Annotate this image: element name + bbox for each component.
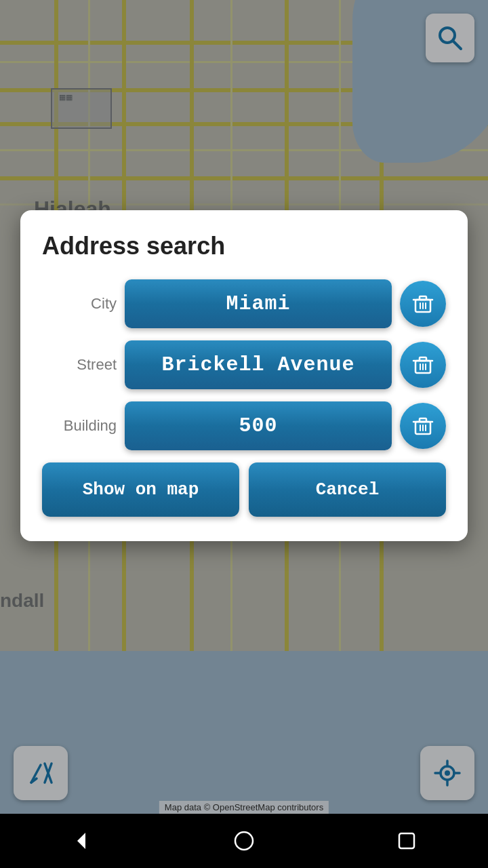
dialog-overlay: Address search City Miami: [0, 0, 488, 814]
nav-home-icon: [233, 830, 255, 852]
street-label: Street: [42, 356, 117, 374]
building-value: 500: [239, 414, 277, 437]
svg-rect-28: [420, 418, 426, 422]
nav-back-button[interactable]: [54, 821, 108, 861]
svg-marker-33: [77, 833, 85, 849]
city-value: Miami: [226, 292, 290, 315]
show-on-map-button[interactable]: Show on map: [42, 462, 239, 517]
city-input[interactable]: Miami: [125, 279, 392, 328]
building-input[interactable]: 500: [125, 401, 392, 450]
street-value: Brickell Avenue: [161, 353, 354, 376]
street-field-row: Street Brickell Avenue: [42, 340, 446, 389]
action-buttons-row: Show on map Cancel: [42, 462, 446, 517]
building-label: Building: [42, 417, 117, 435]
city-field-row: City Miami: [42, 279, 446, 328]
city-label: City: [42, 295, 117, 313]
trash-icon-building: [411, 414, 435, 438]
svg-point-34: [235, 832, 253, 850]
street-input[interactable]: Brickell Avenue: [125, 340, 392, 389]
nav-recents-icon: [396, 830, 418, 852]
svg-rect-35: [399, 833, 414, 848]
svg-rect-14: [420, 296, 426, 300]
cancel-label: Cancel: [316, 479, 380, 500]
nav-back-icon: [70, 830, 92, 852]
dialog-title: Address search: [42, 232, 446, 260]
building-delete-button[interactable]: [400, 403, 446, 449]
cancel-button[interactable]: Cancel: [249, 462, 446, 517]
nav-home-button[interactable]: [217, 821, 271, 861]
trash-icon-city: [411, 292, 435, 316]
nav-recents-button[interactable]: [380, 821, 434, 861]
address-search-dialog: Address search City Miami: [20, 210, 468, 541]
building-field-row: Building 500: [42, 401, 446, 450]
show-on-map-label: Show on map: [83, 479, 199, 500]
nav-bar: [0, 814, 488, 868]
trash-icon-street: [411, 353, 435, 377]
svg-rect-21: [420, 357, 426, 361]
street-delete-button[interactable]: [400, 342, 446, 388]
city-delete-button[interactable]: [400, 281, 446, 327]
